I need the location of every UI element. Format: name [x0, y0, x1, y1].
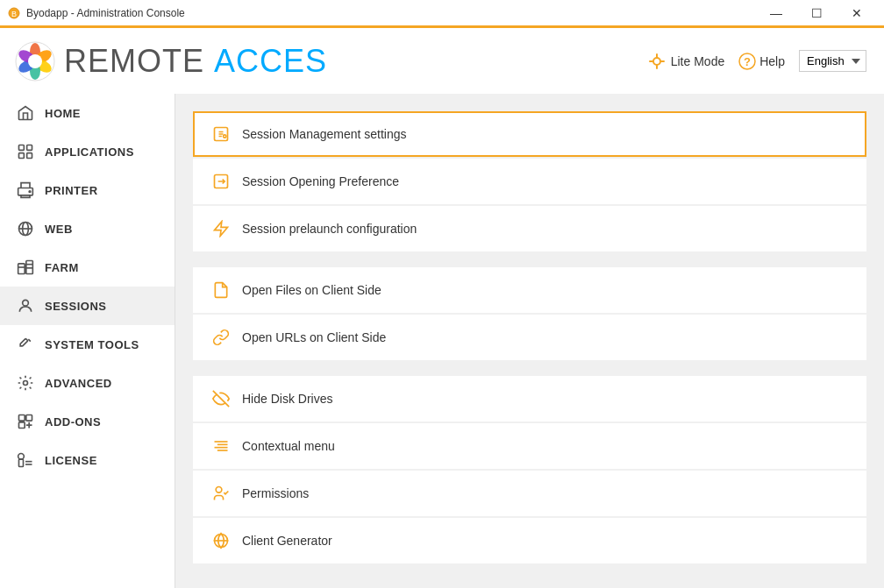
svg-marker-43 [215, 222, 228, 237]
help-icon: ? [738, 53, 756, 70]
language-select[interactable]: English French German Spanish [799, 50, 866, 72]
menu-label-contextual-menu: Contextual menu [242, 439, 335, 453]
svg-point-9 [28, 54, 42, 68]
sidebar-label-farm: FARM [45, 261, 79, 274]
menu-item-session-prelaunch[interactable]: Session prelaunch configuration [193, 206, 866, 251]
svg-point-41 [224, 135, 226, 138]
menu-label-permissions: Permissions [242, 486, 309, 500]
sidebar-item-home[interactable]: HOME [0, 94, 175, 132]
menu-label-open-files: Open Files on Client Side [242, 283, 381, 297]
svg-point-49 [216, 487, 222, 493]
menu-item-session-management[interactable]: Session Management settings [193, 111, 866, 157]
menu-item-contextual-menu[interactable]: Contextual menu [193, 423, 866, 469]
menu-item-client-generator[interactable]: Client Generator [193, 518, 866, 563]
sidebar-label-system-tools: SYSTEM TOOLS [45, 338, 139, 351]
sidebar-item-farm[interactable]: FARM [0, 248, 175, 287]
minimize-button[interactable]: — [756, 0, 796, 27]
svg-rect-17 [19, 145, 25, 151]
session-prelaunch-icon [212, 220, 230, 237]
sidebar-label-license: LICENSE [45, 454, 97, 467]
sidebar-item-license[interactable]: LICENSE [0, 441, 175, 479]
open-urls-icon [212, 329, 230, 346]
svg-rect-20 [27, 153, 32, 159]
svg-text:B: B [11, 10, 17, 18]
menu-item-open-urls[interactable]: Open URLs on Client Side [193, 315, 866, 360]
sidebar-label-printer: PRINTER [45, 184, 98, 197]
logo-text-before: REMOTE [64, 43, 214, 79]
section-2: Open Files on Client Side Open URLs on C… [193, 267, 866, 360]
svg-rect-18 [27, 145, 32, 151]
menu-item-session-opening[interactable]: Session Opening Preference [193, 159, 866, 204]
sidebar-item-system-tools[interactable]: SYSTEM TOOLS [0, 325, 175, 364]
section-gap-2 [193, 362, 866, 376]
svg-rect-33 [19, 415, 25, 422]
menu-label-session-opening: Session Opening Preference [242, 174, 399, 188]
session-management-icon [212, 125, 230, 143]
titlebar-controls: — ☐ ✕ [756, 0, 877, 27]
maximize-button[interactable]: ☐ [796, 0, 837, 27]
sidebar-item-advanced[interactable]: ADVANCED [0, 364, 175, 402]
sidebar-item-printer[interactable]: PRINTER [0, 171, 175, 209]
svg-text:?: ? [744, 55, 751, 68]
logo-text: REMOTE ACCES [64, 43, 327, 80]
sidebar-label-sessions: SESSIONS [45, 300, 106, 313]
lite-mode-button[interactable]: Lite Mode [648, 53, 724, 70]
open-files-icon [212, 281, 230, 299]
sidebar-item-sessions[interactable]: SESSIONS [0, 287, 175, 325]
sidebar-label-web: WEB [45, 223, 73, 236]
logo-icon [13, 39, 57, 83]
svg-point-22 [29, 191, 31, 193]
hide-disk-icon [212, 390, 230, 407]
advanced-icon [17, 374, 34, 392]
menu-label-client-generator: Client Generator [242, 534, 332, 548]
menu-item-permissions[interactable]: Permissions [193, 471, 866, 516]
svg-point-32 [24, 381, 28, 386]
sidebar-item-add-ons[interactable]: ADD-ONS [0, 402, 175, 441]
logo-text-accent: ACCES [214, 43, 327, 79]
header-right: Lite Mode ? Help English French German S… [648, 50, 866, 72]
permissions-icon [212, 485, 230, 502]
farm-icon [17, 259, 34, 276]
applications-icon [17, 143, 34, 160]
sidebar-item-applications[interactable]: APPLICATIONS [0, 132, 175, 171]
svg-rect-19 [19, 153, 25, 159]
sidebar-label-add-ons: ADD-ONS [45, 415, 101, 429]
home-icon [17, 104, 34, 122]
svg-rect-36 [19, 459, 24, 466]
help-button[interactable]: ? Help [738, 53, 785, 70]
svg-point-31 [23, 300, 29, 306]
menu-item-open-files[interactable]: Open Files on Client Side [193, 267, 866, 313]
titlebar: B Byodapp - Administration Console — ☐ ✕ [0, 0, 884, 28]
sidebar-label-applications: APPLICATIONS [45, 145, 134, 159]
session-opening-icon [212, 173, 230, 190]
main-layout: HOME APPLICATIONS PRINTER [0, 94, 884, 588]
contextual-menu-icon [212, 437, 230, 455]
sidebar-label-home: HOME [45, 107, 81, 120]
header: REMOTE ACCES Lite Mode ? Help English Fr… [0, 28, 884, 94]
add-ons-icon [17, 413, 34, 430]
svg-rect-34 [26, 415, 32, 422]
printer-icon [17, 181, 34, 199]
sidebar: HOME APPLICATIONS PRINTER [0, 94, 175, 588]
lite-mode-icon [648, 53, 666, 70]
titlebar-left: B Byodapp - Administration Console [7, 6, 185, 20]
svg-point-37 [18, 454, 25, 460]
svg-rect-35 [19, 422, 25, 429]
section-1: Session Management settings Session Open… [193, 111, 866, 251]
menu-label-session-management: Session Management settings [242, 127, 407, 141]
menu-label-hide-disk: Hide Disk Drives [242, 392, 332, 406]
license-icon [17, 451, 34, 469]
sidebar-label-advanced: ADVANCED [45, 377, 112, 390]
svg-point-10 [653, 58, 660, 65]
web-icon [17, 220, 34, 237]
close-button[interactable]: ✕ [837, 0, 877, 27]
section-3: Hide Disk Drives Contextual menu Permiss… [193, 376, 866, 563]
app-icon: B [7, 6, 21, 20]
menu-label-open-urls: Open URLs on Client Side [242, 330, 386, 344]
help-label: Help [759, 54, 785, 68]
sidebar-item-web[interactable]: WEB [0, 209, 175, 248]
sessions-icon [17, 297, 34, 315]
lite-mode-label: Lite Mode [671, 54, 724, 68]
client-generator-icon [212, 532, 230, 549]
menu-item-hide-disk[interactable]: Hide Disk Drives [193, 376, 866, 422]
